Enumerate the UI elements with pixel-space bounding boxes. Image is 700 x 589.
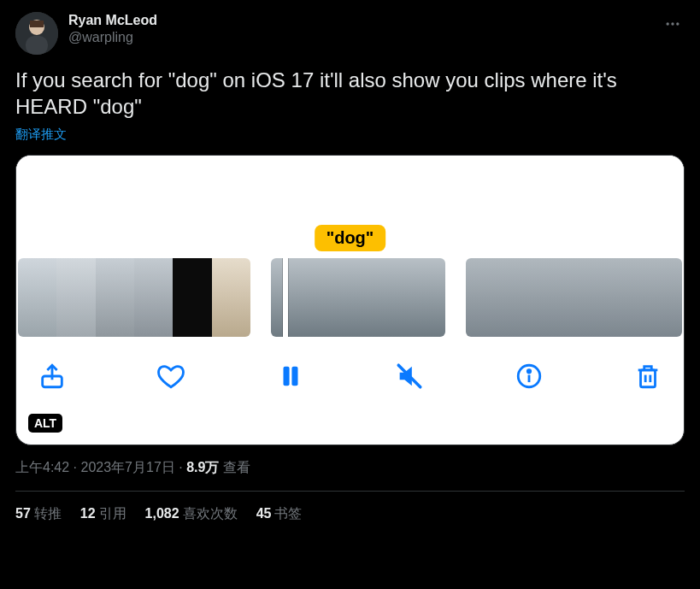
- clip-group[interactable]: [466, 258, 682, 337]
- timeline-frame: [610, 258, 646, 337]
- timeline-frame: [18, 258, 56, 337]
- timeline-frame: [646, 258, 682, 337]
- media-controls: [16, 337, 684, 412]
- like-button[interactable]: [154, 359, 188, 393]
- clip-group[interactable]: [18, 258, 250, 337]
- mute-button[interactable]: [392, 359, 426, 393]
- translate-link[interactable]: 翻译推文: [15, 127, 67, 143]
- tweet-stats: 57转推 12引用 1,082喜欢次数 45书签: [15, 492, 685, 523]
- timeline-frame: [96, 258, 134, 337]
- svg-point-6: [676, 22, 679, 25]
- views-label: 查看: [219, 460, 250, 474]
- views-count: 8.9万: [186, 460, 219, 474]
- handle: @warpling: [68, 29, 661, 46]
- alt-badge[interactable]: ALT: [28, 414, 62, 433]
- author-names[interactable]: Ryan McLeod @warpling: [68, 12, 661, 46]
- svg-rect-8: [283, 367, 289, 386]
- likes-stat[interactable]: 1,082喜欢次数: [145, 505, 238, 523]
- timeline-frame: [271, 258, 315, 337]
- more-button[interactable]: [661, 12, 685, 39]
- mute-icon: [395, 362, 424, 391]
- tweet-time[interactable]: 上午4:42: [15, 460, 69, 474]
- delete-button[interactable]: [631, 359, 665, 393]
- timeline-frame: [212, 258, 250, 337]
- timeline-frame: [358, 258, 402, 337]
- timeline-frame: [502, 258, 538, 337]
- playhead[interactable]: [283, 258, 288, 337]
- timeline-frame: [134, 258, 173, 337]
- quotes-stat[interactable]: 12引用: [80, 505, 126, 523]
- display-name: Ryan McLeod: [68, 12, 661, 29]
- svg-rect-3: [30, 21, 44, 27]
- heart-icon: [156, 362, 185, 391]
- info-icon: [515, 362, 544, 391]
- timeline-frame: [402, 258, 445, 337]
- bookmarks-stat[interactable]: 45书签: [256, 505, 303, 523]
- media-top-area: "dog": [16, 156, 684, 258]
- trash-icon: [633, 362, 662, 391]
- timeline-frame: [173, 258, 211, 337]
- timeline-frame: [56, 258, 95, 337]
- info-button[interactable]: [512, 359, 546, 393]
- svg-rect-13: [640, 370, 655, 387]
- tweet-container: Ryan McLeod @warpling If you search for …: [0, 0, 700, 535]
- tweet-meta: 上午4:42 · 2023年7月17日 · 8.9万 查看: [15, 459, 685, 477]
- share-icon: [38, 362, 67, 391]
- pause-icon: [276, 362, 305, 391]
- tweet-date[interactable]: 2023年7月17日: [80, 460, 174, 474]
- media-card[interactable]: "dog": [15, 155, 685, 445]
- svg-point-12: [527, 370, 530, 373]
- svg-point-5: [671, 22, 674, 25]
- retweets-stat[interactable]: 57转推: [15, 505, 62, 523]
- timeline-frame: [466, 258, 502, 337]
- more-icon: [664, 15, 681, 32]
- tweet-text: If you search for "dog" on iOS 17 it'll …: [15, 67, 685, 120]
- video-timeline[interactable]: [16, 258, 684, 337]
- svg-rect-2: [26, 36, 48, 55]
- search-tag-label: "dog": [315, 225, 386, 251]
- tweet-header: Ryan McLeod @warpling: [15, 12, 685, 55]
- timeline-frame: [315, 258, 358, 337]
- timeline-frame: [538, 258, 574, 337]
- pause-button[interactable]: [274, 359, 308, 393]
- clip-group[interactable]: [271, 258, 445, 337]
- share-button[interactable]: [35, 359, 69, 393]
- svg-point-4: [667, 22, 669, 25]
- timeline-frame: [574, 258, 610, 337]
- svg-rect-9: [291, 367, 297, 386]
- avatar[interactable]: [15, 12, 58, 55]
